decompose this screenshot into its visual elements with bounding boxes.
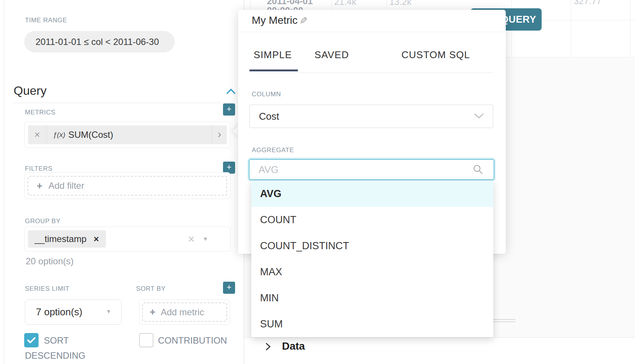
- series-limit-label: SERIES LIMIT: [25, 285, 70, 293]
- tag-remove-icon[interactable]: ✕: [93, 235, 99, 244]
- search-icon: [472, 164, 484, 177]
- add-filter-placeholder: Add filter: [48, 180, 84, 191]
- table-grid-line: [630, 0, 630, 57]
- add-sort-metric-dropzone[interactable]: + Add metric: [142, 302, 227, 322]
- column-value: Cost: [259, 111, 279, 122]
- aggregate-option-max[interactable]: MAX: [251, 259, 493, 285]
- time-range-label: TIME RANGE: [25, 17, 67, 24]
- metric-pill[interactable]: ✕ ƒ(x) SUM(Cost) ›: [28, 125, 227, 144]
- caret-down-icon[interactable]: ▼: [106, 308, 112, 315]
- clear-icon[interactable]: ✕: [187, 234, 195, 245]
- metric-name: SUM(Cost): [68, 130, 212, 140]
- plus-icon: +: [37, 180, 42, 192]
- add-filter-dropzone[interactable]: + Add filter: [28, 176, 227, 196]
- group-by-options-count: 20 option(s): [26, 256, 74, 267]
- sort-descending-label: SORT: [44, 335, 69, 346]
- aggregate-option-avg[interactable]: AVG: [251, 181, 493, 207]
- caret-down-icon[interactable]: ▼: [203, 236, 208, 242]
- series-limit-value: 7 option(s): [36, 306, 82, 318]
- column-select[interactable]: Cost: [249, 105, 493, 128]
- popover-header-divider: [238, 32, 506, 32]
- aggregate-input[interactable]: [249, 159, 494, 180]
- sort-descending-label: DESCENDING: [25, 350, 85, 361]
- aggregate-option-count-distinct[interactable]: COUNT_DISTINCT: [251, 233, 493, 259]
- explore-view: 2011-04-01 00:00:00 21.4k 13.2k 327.77 R…: [0, 0, 635, 364]
- time-range-value: 2011-01-01 ≤ col < 2011-06-30: [36, 37, 159, 47]
- edit-pencil-icon[interactable]: ✎: [299, 15, 308, 27]
- data-panel-chevron-icon[interactable]: [265, 342, 271, 353]
- checkmark-icon: [27, 336, 36, 344]
- column-label: COLUMN: [252, 91, 281, 98]
- filters-label: FILTERS: [25, 165, 53, 173]
- sort-descending-checkbox[interactable]: [24, 333, 39, 347]
- add-sort-metric-plus-button[interactable]: +: [223, 282, 235, 294]
- tab-custom-sql[interactable]: CUSTOM SQL: [401, 49, 470, 61]
- left-panel-border: [4, 0, 4, 364]
- group-by-label: GROUP BY: [25, 217, 60, 225]
- active-tab-underline: [249, 69, 298, 71]
- table-cell-value: 327.77: [574, 0, 601, 6]
- time-range-pill[interactable]: 2011-01-01 ≤ col < 2011-06-30: [24, 31, 175, 52]
- add-metric-placeholder: Add metric: [161, 307, 204, 318]
- popover-title: My Metric: [252, 14, 297, 26]
- aggregate-label: AGGREGATE: [252, 147, 294, 154]
- group-by-tag[interactable]: __timestamp ✕: [28, 230, 106, 248]
- aggregate-options-list: AVG COUNT COUNT_DISTINCT MAX MIN SUM: [251, 181, 493, 337]
- metric-remove-icon[interactable]: ✕: [28, 125, 47, 144]
- tab-simple[interactable]: SIMPLE: [254, 49, 292, 61]
- fx-icon: ƒ(x): [53, 131, 65, 139]
- plus-icon: +: [150, 306, 155, 318]
- table-grid-line: [571, 0, 571, 57]
- contribution-checkbox[interactable]: [139, 333, 153, 347]
- aggregate-option-min[interactable]: MIN: [251, 285, 493, 311]
- tabs-divider: [249, 72, 493, 73]
- table-cell-value: 13.2k: [389, 0, 412, 7]
- metric-expand-icon[interactable]: ›: [212, 125, 227, 144]
- chevron-down-icon: [473, 112, 485, 121]
- group-by-tag-name: __timestamp: [34, 234, 86, 244]
- metrics-label: METRICS: [25, 109, 56, 116]
- collapse-chevron-up-icon[interactable]: [226, 88, 236, 96]
- query-section-title: Query: [14, 84, 46, 98]
- section-divider: [14, 103, 233, 103]
- tab-saved[interactable]: SAVED: [314, 49, 349, 61]
- panel-resize-handle[interactable]: [491, 319, 516, 324]
- contribution-label: CONTRIBUTION: [158, 335, 227, 346]
- aggregate-option-sum[interactable]: SUM: [251, 311, 493, 337]
- data-panel-title[interactable]: Data: [282, 340, 305, 352]
- sort-by-label: SORT BY: [136, 285, 166, 293]
- add-metric-plus-button[interactable]: +: [223, 103, 235, 116]
- table-cell-value: 21.4k: [334, 0, 356, 7]
- aggregate-option-count[interactable]: COUNT: [251, 207, 493, 233]
